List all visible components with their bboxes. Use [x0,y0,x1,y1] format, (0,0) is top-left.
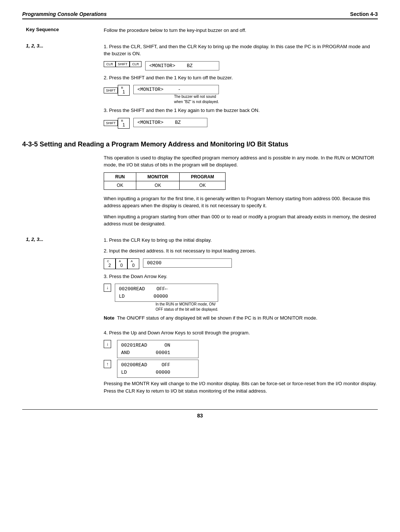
shift-key-1: SHIFT [116,61,130,67]
step-3-keys: SHIFT B 1 [104,118,130,129]
header-title: Programming Console Operations [22,11,107,17]
step-3-display-area: ↓ 00200READ OFF← LD 00000 In the RUN or … [104,284,378,312]
table-header-program: PROGRAM [180,172,226,181]
a0-top-1: A [119,260,121,263]
read-display-1: 00200READ OFF← LD 00000 [115,284,218,302]
step-label-1: 1, 2, 3... [26,43,43,49]
steps-row: 1, 2, 3... 1. Press the CLR, SHIFT, and … [22,43,378,132]
table-header-run: RUN [104,172,136,181]
table-header-monitor: MONITOR [136,172,180,181]
monitor-display-2: <MONITOR> - [133,85,219,94]
step-3: 3. Press the SHIFT and then the 1 Key ag… [104,107,378,129]
section-435-steps-label-col: 1, 2, 3... [22,237,104,399]
key-sequence-intro-text: Follow the procedure below to turn the k… [104,27,378,34]
section-435-step-2-text: 2. Input the desired address. It is not … [104,247,378,255]
b1-top-2: B [121,119,123,122]
section-435-intro-row: This operation is used to display the sp… [22,154,378,231]
section-435-intro-left [22,154,104,231]
shift-key-2: SHIFT [104,87,118,93]
step-2-monitor-area: <MONITOR> - The buzzer will not soundwhe… [130,85,219,105]
read-display-3: 00200READ OFF LD 00000 [117,360,199,378]
section-435-intro-right: This operation is used to display the sp… [104,154,378,231]
steps-label-col: 1, 2, 3... [22,43,104,132]
key-sequence-col: Key Sequence [22,27,104,38]
clr-key-1: CLR [104,61,116,67]
addr-keys: C 2 A 0 A 0 [104,258,139,269]
down-arrow-key: ↓ [104,284,111,292]
down-arrow-key-2: ↓ [104,340,111,348]
table-cell-monitor: OK [136,181,180,189]
step-3-display: SHIFT B 1 <MONITOR> BZ [104,118,378,129]
section-435-step-1-text: 1. Press the CLR Key to bring up the ini… [104,237,378,244]
section-435-step-4: 4. Press the Up and Down Arrow Keys to s… [104,329,378,378]
read-display-2-line2: AND 00001 [121,350,170,356]
read-display-3-line1: 00200READ OFF [121,362,170,368]
b1-bottom: 1 [123,89,125,95]
key-sequence-section: Key Sequence Follow the procedure below … [22,27,378,38]
section-435-para1: When inputting a program for the first t… [104,195,378,209]
step-4-monitor-displays: 00201READ ON AND 00001 00200READ OFF LD … [113,340,199,378]
c2-key: C 2 [104,258,116,269]
key-sequence-label: Key Sequence [26,27,59,32]
a0-top-2: A [131,260,133,263]
buzzer-note: The buzzer will not soundwhen "BZ" is no… [174,94,219,105]
run-monitor-note: In the RUN or MONITOR mode, ON/OFF statu… [156,302,218,312]
step-4-arrows: ↓ ↑ [104,340,111,368]
note-text: Note The ON/OFF status of any displayed … [104,314,317,322]
page-header: Programming Console Operations Section 4… [22,11,378,19]
step-3-monitor-area: 00200READ OFF← LD 00000 In the RUN or MO… [111,284,218,312]
read-display-2-line1: 00201READ ON [121,343,170,348]
section-435-steps-row: 1, 2, 3... 1. Press the CLR Key to bring… [22,237,378,399]
read-display-1-line2: LD 00000 [119,294,168,299]
section-435-intro1: This operation is used to display the sp… [104,154,378,169]
key-sequence-intro: Follow the procedure below to turn the k… [104,27,378,38]
section-435-heading: 4-3-5 Setting and Reading a Program Memo… [22,140,378,149]
c2-top: C [107,260,109,263]
note-block: Note The ON/OFF status of any displayed … [104,314,378,326]
monitor-display-1: <MONITOR> BZ [145,61,219,70]
step-2-display-area: SHIFT B 1 <MONITOR> - The buzzer will no… [104,85,378,105]
step-3-text: 3. Press the SHIFT and then the 1 Key ag… [104,107,378,114]
step-2-text: 2. Press the SHIFT and then the 1 Key to… [104,74,378,82]
section-label: Section 4-3 [350,11,378,17]
read-display-2: 00201READ ON AND 00001 [117,340,199,358]
a0-key-2: A 0 [127,258,139,269]
section-435-step-3-text: 3. Press the Down Arrow Key. [104,273,378,280]
b1-key-2: B 1 [118,118,130,129]
section-435-step-1: 1. Press the CLR Key to bring up the ini… [104,237,378,244]
a0-bottom-2: 0 [132,263,135,268]
step-2-keys: SHIFT B 1 [104,85,130,96]
section-435-steps-content: 1. Press the CLR Key to bring up the ini… [104,237,378,399]
section-435-step-2: 2. Input the desired address. It is not … [104,247,378,269]
read-display-3-line2: LD 00000 [121,370,170,375]
page: Programming Console Operations Section 4… [0,0,400,532]
a0-bottom-1: 0 [120,263,123,268]
table-cell-run: OK [104,181,136,189]
step-1: 1. Press the CLR, SHIFT, and then the CL… [104,43,378,70]
a0-key-1: A 0 [116,258,127,269]
up-arrow-key: ↑ [104,360,111,368]
section-435-para2: When inputting a program starting from o… [104,213,378,228]
down-arrow-key-group: ↓ [104,284,111,292]
clr-key-2: CLR [130,61,141,67]
addr-display: 00200 [143,258,232,268]
step-2-addr-display: C 2 A 0 A 0 00200 [104,258,378,269]
final-para: Pressing the MONTR Key will change to th… [104,380,378,394]
step-1-display: CLR SHIFT CLR <MONITOR> BZ [104,61,378,70]
steps-content: 1. Press the CLR, SHIFT, and then the CL… [104,43,378,132]
shift-key-3: SHIFT [104,120,118,126]
step-2: 2. Press the SHIFT and then the 1 Key to… [104,74,378,105]
step-label-2: 1, 2, 3... [26,237,43,242]
table-row: OK OK OK [104,181,226,189]
monitor-display-3: <MONITOR> BZ [133,118,207,127]
b1-bottom-2: 1 [123,122,125,128]
b1-top: B [121,86,123,89]
read-display-1-line1: 00200READ OFF← [119,286,168,292]
c2-bottom: 2 [109,263,111,268]
section-435-step-4-text: 4. Press the Up and Down Arrow Keys to s… [104,329,378,337]
mode-table: RUN MONITOR PROGRAM OK OK OK [104,172,226,190]
section-435-step-3: 3. Press the Down Arrow Key. ↓ 00200READ… [104,273,378,313]
step-4-displays: ↓ ↑ 00201READ ON AND 00001 00200READ OFF… [104,340,378,378]
step-1-text: 1. Press the CLR, SHIFT, and then the CL… [104,43,378,57]
b1-key: B 1 [118,85,130,96]
